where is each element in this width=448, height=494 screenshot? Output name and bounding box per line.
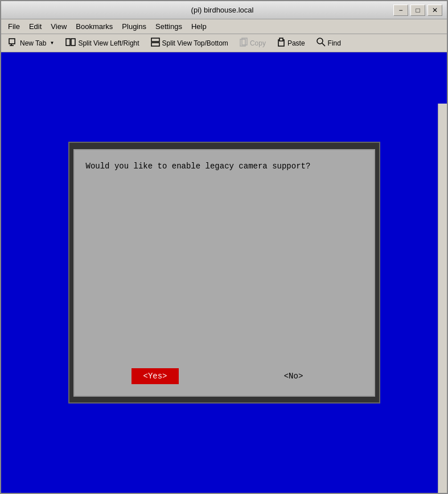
- paste-label: Paste: [287, 39, 305, 47]
- split-view-lr-icon: [65, 38, 76, 48]
- svg-rect-0: [9, 39, 15, 44]
- copy-button[interactable]: Copy: [235, 35, 271, 51]
- yes-button[interactable]: <Yes>: [131, 368, 178, 384]
- split-view-tb-button[interactable]: Split View Top/Bottom: [146, 35, 233, 51]
- find-label: Find: [328, 39, 341, 47]
- dialog-buttons: <Yes> <No>: [75, 363, 374, 396]
- dialog-message: Would you like to enable legacy camera s…: [75, 150, 374, 363]
- window-title: (pi) birdhouse.local: [51, 6, 393, 14]
- scrollbar[interactable]: [438, 104, 447, 493]
- minimize-button[interactable]: −: [393, 5, 408, 16]
- close-button[interactable]: ✕: [428, 5, 442, 16]
- dialog-question: Would you like to enable legacy camera s…: [86, 162, 311, 171]
- main-window: (pi) birdhouse.local − □ ✕ File Edit Vie…: [0, 0, 448, 494]
- terminal-area: Would you like to enable legacy camera s…: [1, 52, 447, 493]
- svg-rect-4: [71, 39, 75, 46]
- svg-line-12: [322, 43, 325, 46]
- paste-icon: [277, 38, 285, 48]
- split-view-tb-label: Split View Top/Bottom: [162, 39, 228, 47]
- toolbar: New Tab ▼ Split View Left/Right Split Vi…: [1, 34, 447, 52]
- new-tab-icon: [9, 38, 18, 48]
- svg-point-11: [317, 38, 323, 44]
- menu-settings[interactable]: Settings: [151, 21, 187, 32]
- title-controls: − □ ✕: [393, 5, 442, 16]
- no-button[interactable]: <No>: [270, 368, 316, 384]
- svg-rect-3: [66, 39, 70, 46]
- menu-plugins[interactable]: Plugins: [117, 21, 151, 32]
- find-button[interactable]: Find: [311, 35, 346, 51]
- dialog-box: Would you like to enable legacy camera s…: [73, 149, 375, 397]
- svg-rect-6: [151, 43, 159, 46]
- menu-edit[interactable]: Edit: [24, 21, 46, 32]
- split-view-lr-button[interactable]: Split View Left/Right: [60, 36, 144, 50]
- new-tab-dropdown-arrow: ▼: [50, 40, 54, 46]
- copy-label: Copy: [250, 39, 266, 47]
- split-view-lr-label: Split View Left/Right: [78, 39, 139, 47]
- svg-rect-10: [280, 38, 283, 41]
- menu-file[interactable]: File: [3, 21, 24, 32]
- maximize-button[interactable]: □: [410, 5, 425, 16]
- new-tab-button[interactable]: New Tab ▼: [3, 36, 59, 50]
- menu-help[interactable]: Help: [187, 21, 211, 32]
- find-icon: [317, 38, 326, 48]
- menu-bar: File Edit View Bookmarks Plugins Setting…: [1, 19, 447, 34]
- svg-rect-5: [151, 38, 159, 42]
- copy-icon: [240, 38, 248, 48]
- title-bar: (pi) birdhouse.local − □ ✕: [1, 1, 447, 19]
- split-view-tb-icon: [151, 38, 160, 48]
- menu-bookmarks[interactable]: Bookmarks: [71, 21, 117, 32]
- paste-button[interactable]: Paste: [272, 35, 310, 51]
- menu-view[interactable]: View: [46, 21, 71, 32]
- dialog-container: Would you like to enable legacy camera s…: [68, 142, 380, 404]
- new-tab-label: New Tab: [20, 39, 46, 47]
